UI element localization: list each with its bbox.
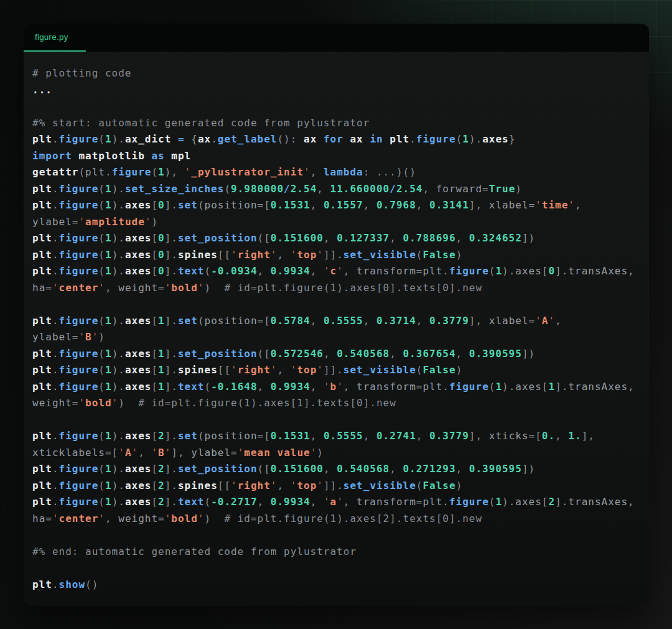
code-line: plt.figure(1).axes[2].set_position([0.15… [32, 461, 638, 478]
code-line: import matplotlib as mpl [32, 148, 638, 165]
code-line: plt.figure(1).axes[2].set(position=[0.15… [32, 428, 638, 445]
code-line: weight='bold') # id=plt.figure(1).axes[1… [32, 395, 638, 412]
code-panel: figure.py # plotting code... #% start: a… [24, 24, 649, 606]
code-line [32, 412, 638, 429]
code-line: plt.figure(1).axes[0].set(position=[0.15… [32, 197, 638, 214]
code-line: getattr(plt.figure(1), '_pylustrator_ini… [32, 164, 638, 181]
code-line: ... [32, 82, 638, 99]
code-line: plt.figure(1).axes[2].text(-0.2717, 0.99… [32, 494, 638, 511]
code-line: plt.figure(1).axes[1].set_position([0.57… [32, 346, 638, 363]
tab-bar: figure.py [24, 24, 649, 52]
code-line: plt.figure(1).axes[0].spines[['right', '… [32, 247, 638, 264]
code-line: xticklabels=['A', 'B'], ylabel='mean val… [32, 445, 638, 462]
code-line [32, 296, 638, 313]
code-line: plt.figure(1).ax_dict = {ax.get_label():… [32, 131, 638, 148]
code-editor[interactable]: # plotting code... #% start: automatic g… [24, 52, 649, 593]
code-line: ha='center', weight='bold') # id=plt.fig… [32, 511, 638, 528]
code-line: ylabel='B') [32, 329, 638, 346]
code-line: #% start: automatic generated code from … [32, 115, 638, 132]
code-line: plt.figure(1).axes[2].spines[['right', '… [32, 478, 638, 495]
code-line: #% end: automatic generated code from py… [32, 544, 638, 561]
code-line: plt.figure(1).axes[1].set(position=[0.57… [32, 313, 638, 330]
code-line: plt.figure(1).set_size_inches(9.980000/2… [32, 181, 638, 198]
tab-label: figure.py [35, 32, 68, 42]
code-line [32, 527, 638, 544]
tab-figure-py[interactable]: figure.py [24, 24, 86, 52]
code-line: plt.figure(1).axes[1].text(-0.1648, 0.99… [32, 379, 638, 396]
code-line: plt.figure(1).axes[0].set_position([0.15… [32, 230, 638, 247]
code-line: plt.show() [32, 577, 638, 594]
code-line [32, 98, 638, 115]
code-line [32, 560, 638, 577]
code-line: ylabel='amplitude') [32, 214, 638, 231]
code-line: # plotting code [32, 65, 638, 82]
code-line: plt.figure(1).axes[0].text(-0.0934, 0.99… [32, 263, 638, 280]
code-line: ha='center', weight='bold') # id=plt.fig… [32, 280, 638, 297]
code-line: plt.figure(1).axes[1].spines[['right', '… [32, 362, 638, 379]
